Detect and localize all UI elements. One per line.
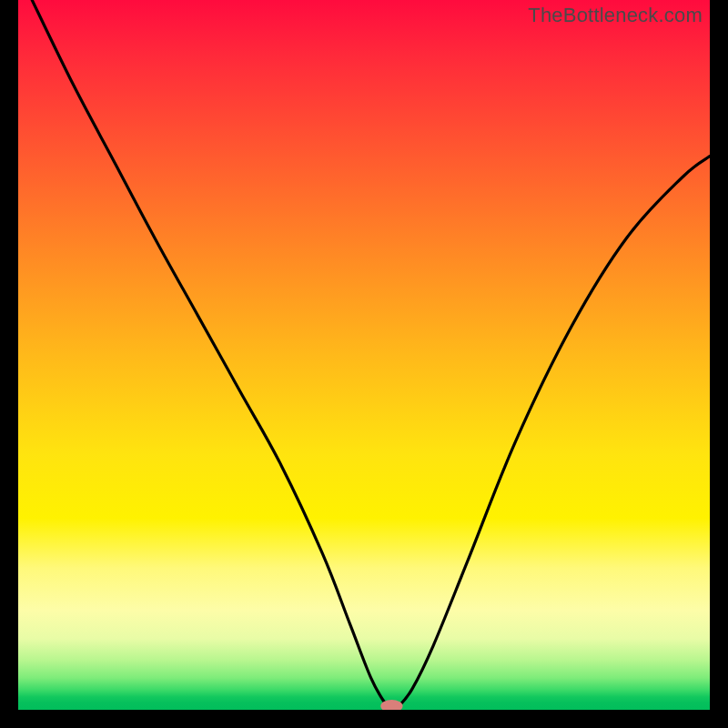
curve-path bbox=[32, 0, 710, 710]
bottleneck-curve bbox=[18, 0, 710, 710]
watermark-text: TheBottleneck.com bbox=[528, 4, 703, 27]
plot-area bbox=[18, 0, 710, 710]
chart-frame: TheBottleneck.com bbox=[0, 0, 728, 728]
